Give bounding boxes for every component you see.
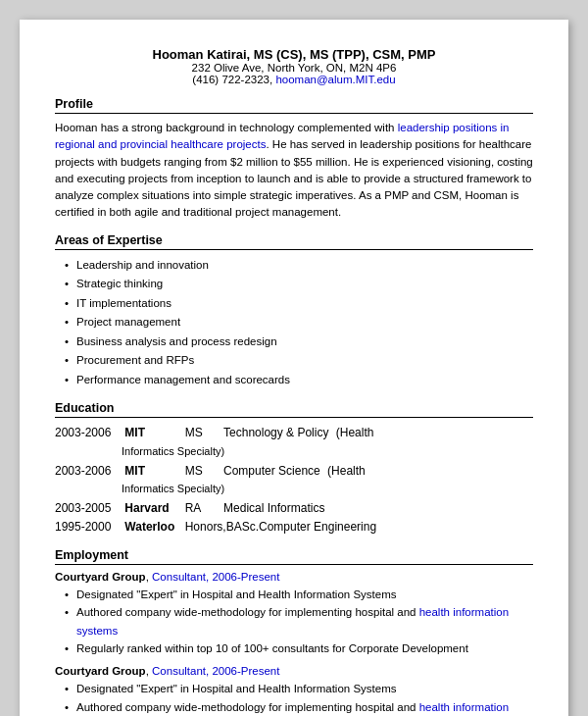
expertise-list: Leadership and innovation Strategic thin… <box>55 256 533 390</box>
edu-year: 1995-2000 <box>55 518 122 537</box>
edu-degree: MS <box>185 424 220 442</box>
edu-field: Technology & Policy <box>223 424 328 442</box>
list-item: Procurement and RFPs <box>65 351 533 371</box>
edu-degree: Honors,BASc. <box>185 518 256 537</box>
candidate-name: Hooman Katirai, MS (CS), MS (TPP), CSM, … <box>55 47 533 62</box>
edu-degree: MS <box>185 462 220 481</box>
company-name-2: Courtyard Group <box>55 665 146 677</box>
employment-title-1: Courtyard Group, Consultant, 2006-Presen… <box>55 571 533 583</box>
edu-specialty: Informatics Specialty) <box>55 445 224 457</box>
list-item: Leadership and innovation <box>65 256 533 276</box>
section-education-title: Education <box>55 401 533 418</box>
list-item: Strategic thinking <box>65 275 533 294</box>
header: Hooman Katirai, MS (CS), MS (TPP), CSM, … <box>55 47 533 85</box>
emp-bullets-2: Designated "Expert" in Hospital and Heal… <box>55 680 533 716</box>
edu-row-4: 1995-2000 Waterloo Honors,BASc. Computer… <box>55 518 533 537</box>
list-item: Business analysis and process redesign <box>65 332 533 352</box>
bullet-text: Regularly ranked within top 10 of 100+ c… <box>76 642 468 654</box>
phone: (416) 722-2323, <box>192 74 275 85</box>
role-1: Consultant, 2006-Present <box>152 571 279 583</box>
edu-row-1: 2003-2006 MIT MS Technology & Policy (He… <box>55 424 533 460</box>
edu-year: 2003-2006 <box>55 462 122 481</box>
employment-entry-2: Courtyard Group, Consultant, 2006-Presen… <box>55 665 533 716</box>
list-item: Project management <box>65 313 533 332</box>
email-link[interactable]: hooman@alum.MIT.edu <box>275 74 395 85</box>
profile-text: Hooman has a strong background in techno… <box>55 120 533 222</box>
section-employment-title: Employment <box>55 548 533 565</box>
company-name-1: Courtyard Group <box>55 571 146 583</box>
bullet-text: Authored company wide-methodology for im… <box>76 606 419 618</box>
edu-school: Harvard <box>124 499 181 518</box>
edu-field: Medical Informatics <box>223 499 324 518</box>
candidate-address: 232 Olive Ave, North York, ON, M2N 4P6 <box>55 62 533 74</box>
resume-page: Hooman Katirai, MS (CS), MS (TPP), CSM, … <box>20 20 568 716</box>
edu-row-2: 2003-2006 MIT MS Computer Science (Healt… <box>55 462 533 498</box>
employment-title-2: Courtyard Group, Consultant, 2006-Presen… <box>55 665 533 677</box>
bullet-text: Authored company wide-methodology for im… <box>76 701 419 713</box>
emp-bullets-1: Designated "Expert" in Hospital and Heal… <box>55 586 533 658</box>
edu-school: MIT <box>124 462 181 481</box>
list-item: Designated "Expert" in Hospital and Heal… <box>65 680 533 697</box>
role-2: Consultant, 2006-Present <box>152 665 279 677</box>
edu-row-3: 2003-2005 Harvard RA Medical Informatics <box>55 499 533 518</box>
list-item: Designated "Expert" in Hospital and Heal… <box>65 586 533 603</box>
edu-year: 2003-2005 <box>55 499 122 518</box>
edu-extra: (Health <box>336 424 374 442</box>
list-item: IT implementations <box>65 294 533 314</box>
bullet-text: Designated "Expert" in Hospital and Heal… <box>76 683 397 694</box>
edu-field: Computer Engineering <box>259 518 376 537</box>
section-expertise-title: Areas of Expertise <box>55 233 533 250</box>
edu-year: 2003-2006 <box>55 424 122 442</box>
profile-text-1: Hooman has a strong background in techno… <box>55 122 398 133</box>
edu-school: MIT <box>124 424 181 442</box>
edu-extra: (Health <box>327 462 366 481</box>
employment-entry-1: Courtyard Group, Consultant, 2006-Presen… <box>55 571 533 658</box>
section-profile-title: Profile <box>55 97 533 114</box>
edu-field: Computer Science <box>223 462 320 481</box>
profile-text-2: . He has served in leadership positions … <box>55 138 533 218</box>
list-item: Regularly ranked within top 10 of 100+ c… <box>65 639 533 657</box>
edu-degree: RA <box>185 499 220 518</box>
list-item: Authored company wide-methodology for im… <box>65 698 533 716</box>
bullet-text: Designated "Expert" in Hospital and Heal… <box>76 588 397 600</box>
list-item: Authored company wide-methodology for im… <box>65 603 533 639</box>
list-item: Performance management and scorecards <box>65 371 533 390</box>
candidate-contact: (416) 722-2323, hooman@alum.MIT.edu <box>55 74 533 85</box>
education-content: 2003-2006 MIT MS Technology & Policy (He… <box>55 424 533 537</box>
edu-specialty: Informatics Specialty) <box>55 483 224 494</box>
edu-school: Waterloo <box>124 518 181 537</box>
